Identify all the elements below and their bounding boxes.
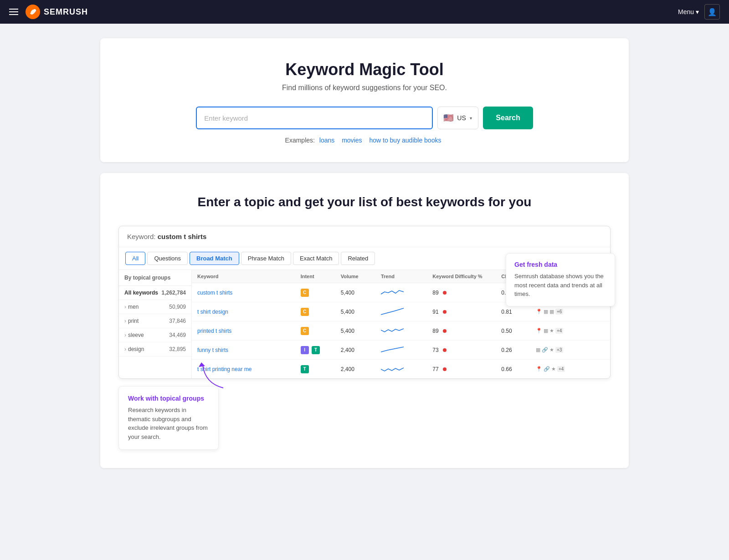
table-row: t shirt printing near me T 2,400 77 0.66… bbox=[192, 360, 610, 378]
trend-cell bbox=[381, 364, 432, 374]
serp-plus: +4 bbox=[557, 366, 565, 372]
example-audible[interactable]: how to buy audible books bbox=[369, 137, 441, 144]
serp-icon2: 🔗 bbox=[544, 366, 550, 372]
trend-cell bbox=[381, 345, 432, 355]
search-input-wrap bbox=[196, 107, 433, 129]
kw-cell[interactable]: funny t shirts bbox=[197, 347, 301, 353]
col-volume: Volume bbox=[341, 274, 381, 279]
difficulty-cell: 89 bbox=[432, 290, 501, 296]
trend-chart bbox=[381, 306, 404, 316]
topical-groups-panel: By topical groups All keywords 1,262,784… bbox=[119, 270, 192, 378]
serp-plus: +6 bbox=[555, 309, 563, 315]
tab-all[interactable]: All bbox=[125, 252, 145, 265]
logo: SEMRUSH bbox=[26, 5, 88, 19]
badge-c: C bbox=[301, 308, 309, 316]
demo-card: Enter a topic and get your list of best … bbox=[100, 173, 629, 468]
trend-cell bbox=[381, 287, 432, 298]
country-chevron-icon: ▾ bbox=[470, 116, 472, 121]
kw-cell[interactable]: t shirt design bbox=[197, 309, 301, 315]
example-movies[interactable]: movies bbox=[342, 137, 362, 144]
tab-related[interactable]: Related bbox=[341, 252, 375, 265]
example-loans[interactable]: loans bbox=[319, 137, 334, 144]
left-item-print[interactable]: ›print 37,846 bbox=[119, 314, 191, 328]
serp-icon2: 🔗 bbox=[542, 347, 548, 353]
kw-cell[interactable]: custom t shirts bbox=[197, 290, 301, 296]
kw-cell[interactable]: printed t shirts bbox=[197, 328, 301, 334]
serp-cell: 📍 🔗 ★ +4 bbox=[536, 366, 605, 372]
demo-keyword-header: Keyword: custom t shirts bbox=[119, 226, 610, 247]
demo-card-title: Enter a topic and get your list of best … bbox=[118, 195, 611, 209]
arrow-icon: › bbox=[124, 318, 126, 324]
volume-cell: 5,400 bbox=[341, 328, 381, 334]
serp-cell: 📍 ▦ ▦ +6 bbox=[536, 309, 605, 315]
left-item-design[interactable]: ›design 32,895 bbox=[119, 342, 191, 356]
serp-cell: 📍 ▦ ★ +4 bbox=[536, 328, 605, 334]
topical-groups-header: By topical groups bbox=[119, 270, 191, 286]
serp-icon2: ▦ bbox=[544, 309, 548, 315]
callout-fresh-title: Get fresh data bbox=[514, 261, 606, 268]
menu-button[interactable]: Menu ▾ bbox=[678, 8, 699, 15]
search-card: Keyword Magic Tool Find millions of keyw… bbox=[100, 38, 629, 162]
semrush-logo-icon bbox=[26, 5, 40, 19]
user-avatar-button[interactable]: 👤 bbox=[704, 4, 720, 20]
serp-icon3: ▦ bbox=[549, 309, 554, 315]
difficulty-dot bbox=[443, 291, 447, 295]
serp-plus: +3 bbox=[555, 347, 563, 353]
header-left: SEMRUSH bbox=[9, 5, 88, 19]
difficulty-cell: 89 bbox=[432, 328, 501, 334]
table-row: printed t shirts C 5,400 89 0.50 📍 ▦ bbox=[192, 321, 610, 341]
search-button[interactable]: Search bbox=[483, 107, 533, 129]
col-trend: Trend bbox=[381, 274, 432, 279]
difficulty-cell: 77 bbox=[432, 366, 501, 372]
topical-arrow-icon bbox=[196, 356, 232, 392]
hamburger-menu[interactable] bbox=[9, 9, 18, 15]
badge-c: C bbox=[301, 289, 309, 297]
serp-icon1: ▦ bbox=[536, 347, 540, 353]
callout-topical-title: Work with topical groups bbox=[128, 395, 209, 402]
demo-area: Keyword: custom t shirts All Questions B… bbox=[118, 226, 611, 379]
menu-label: Menu bbox=[678, 8, 694, 15]
difficulty-dot bbox=[443, 367, 447, 371]
examples-prefix: Examples: bbox=[285, 137, 315, 144]
tab-questions[interactable]: Questions bbox=[147, 252, 188, 265]
volume-cell: 2,400 bbox=[341, 347, 381, 353]
tab-broad-match[interactable]: Broad Match bbox=[190, 252, 239, 265]
difficulty-cell: 91 bbox=[432, 309, 501, 315]
badge-t: T bbox=[301, 365, 309, 373]
trend-cell bbox=[381, 306, 432, 317]
tab-phrase-match[interactable]: Phrase Match bbox=[241, 252, 291, 265]
trend-chart bbox=[381, 326, 404, 335]
examples-row: Examples: loans movies how to buy audibl… bbox=[118, 137, 611, 144]
volume-cell: 5,400 bbox=[341, 309, 381, 315]
volume-cell: 2,400 bbox=[341, 366, 381, 372]
callout-topical-text: Research keywords in thematic subgroups … bbox=[128, 406, 209, 441]
intent-cell: C bbox=[301, 327, 341, 335]
cpc-cell: 0.26 bbox=[501, 347, 536, 353]
country-selector[interactable]: 🇺🇸 US ▾ bbox=[437, 107, 478, 129]
intent-cell: C bbox=[301, 289, 341, 297]
tab-exact-match[interactable]: Exact Match bbox=[293, 252, 339, 265]
fresh-data-callout: Get fresh data Semrush database shows yo… bbox=[506, 253, 615, 306]
serp-icon3: ★ bbox=[551, 366, 556, 372]
header: SEMRUSH Menu ▾ 👤 bbox=[0, 0, 729, 24]
intent-cell: C bbox=[301, 308, 341, 316]
difficulty-dot bbox=[443, 310, 447, 314]
trend-chart bbox=[381, 287, 404, 296]
badge-c: C bbox=[301, 327, 309, 335]
user-icon: 👤 bbox=[708, 8, 717, 16]
keyword-search-input[interactable] bbox=[196, 107, 433, 129]
topical-callout: Work with topical groups Research keywor… bbox=[118, 386, 219, 450]
left-item-sleeve[interactable]: ›sleeve 34,469 bbox=[119, 328, 191, 342]
serp-icon3: ★ bbox=[549, 328, 554, 334]
left-item-count: 1,262,784 bbox=[162, 290, 186, 296]
svg-marker-2 bbox=[199, 362, 205, 367]
trend-cell bbox=[381, 326, 432, 336]
header-right: Menu ▾ 👤 bbox=[678, 4, 720, 20]
serp-icon1: 📍 bbox=[536, 309, 542, 315]
left-item-all[interactable]: All keywords 1,262,784 bbox=[119, 286, 191, 300]
serp-icon2: ▦ bbox=[544, 328, 548, 334]
svg-point-1 bbox=[33, 9, 36, 12]
search-row: 🇺🇸 US ▾ Search bbox=[118, 107, 611, 129]
left-item-men[interactable]: ›men 50,909 bbox=[119, 300, 191, 314]
cpc-cell: 0.81 bbox=[501, 309, 536, 315]
